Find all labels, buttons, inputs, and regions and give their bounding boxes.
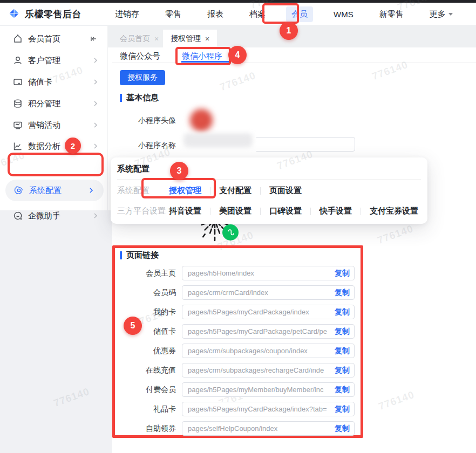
link-field-online-recharge[interactable]: pages/crm/subpackages/rechargeCard/inde … [182, 363, 355, 378]
miniprogram-avatar-image [190, 109, 213, 132]
sidebar-item-customer[interactable]: 客户管理 [0, 50, 108, 71]
sidebar-item-member-home[interactable]: 会员首页 [0, 28, 108, 50]
link-field-member-home[interactable]: pages/h5Home/index 复制 [182, 266, 355, 280]
copy-button[interactable]: 复制 [332, 404, 354, 414]
copy-button[interactable]: 复制 [332, 327, 354, 337]
sidebar-item-label: 客户管理 [28, 56, 60, 66]
sidebar-item-stored-card[interactable]: 储值卡 [0, 71, 108, 93]
nav-item-more[interactable]: 更多 [424, 6, 458, 22]
link-path: pages/selfHelpCoupon/index [182, 424, 332, 433]
popup-group-system-config: 系统配置 授权管理 支付配置 页面设置 [117, 186, 302, 196]
chevron-down-icon [448, 13, 453, 16]
sidebar-item-marketing[interactable]: 营销活动 [0, 114, 108, 136]
subtab-wechat-miniprogram[interactable]: 微信小程序 [182, 51, 222, 61]
link-label-member-code: 会员码 [113, 285, 176, 300]
copy-button[interactable]: 复制 [332, 307, 354, 317]
home-icon [13, 34, 23, 44]
collapse-sidebar-icon[interactable] [90, 35, 97, 43]
copy-button[interactable]: 复制 [332, 288, 354, 298]
section-accent-bar [120, 251, 122, 259]
link-label-member-home: 会员主页 [113, 266, 176, 280]
tab-member-home[interactable]: 会员首页 × [112, 30, 166, 47]
nav-item-reports[interactable]: 报表 [202, 6, 229, 22]
nav-item-member[interactable]: 会员 [286, 6, 313, 22]
popup-item-page-settings[interactable]: 页面设置 [269, 186, 302, 196]
popup-item-douyin[interactable]: 抖音设置 [169, 206, 201, 216]
separator [260, 187, 261, 195]
watermark: 776140 [376, 223, 415, 246]
popup-group-label: 系统配置 [117, 186, 169, 196]
sidebar-item-label: 会员首页 [28, 34, 60, 44]
copy-button[interactable]: 复制 [332, 424, 354, 434]
copy-button[interactable]: 复制 [332, 346, 354, 356]
line-chart-icon [13, 141, 23, 151]
miniprogram-avatar-label: 小程序头像 [108, 116, 176, 126]
popup-item-koubei[interactable]: 口碑设置 [269, 206, 302, 216]
sidebar-item-system-config[interactable]: 系统配置 [5, 180, 104, 201]
chevron-right-icon [93, 58, 98, 63]
app-title: 乐檬零售后台 [25, 8, 81, 20]
nav-item-purchase[interactable]: 进销存 [110, 6, 145, 22]
tab-authorization[interactable]: 授权管理 × [163, 30, 217, 47]
separator [210, 208, 210, 215]
link-path: pages/crm/subpackages/coupon/index [182, 347, 332, 355]
annotation-badge-4: 4 [228, 46, 247, 64]
link-label-gift-card: 礼品卡 [113, 402, 176, 416]
copy-button[interactable]: 复制 [332, 366, 354, 375]
popup-title: 系统配置 [117, 164, 149, 174]
annotation-badge-2: 2 [65, 138, 81, 154]
authorize-service-button[interactable]: 授权服务 [120, 70, 165, 85]
copy-button[interactable]: 复制 [332, 385, 354, 395]
watermark: 776140 [218, 70, 257, 93]
subtab-divider [112, 63, 476, 63]
browser-top-strip [0, 0, 476, 3]
sidebar-item-points[interactable]: 积分管理 [0, 93, 108, 114]
link-path: pages/h5Pages/myCardPackage/petCard/pe [182, 327, 332, 335]
chat-bubble-icon [13, 211, 23, 221]
nav-item-archives[interactable]: 档案 [244, 6, 271, 22]
link-field-gift-card[interactable]: pages/h5Pages/myCardPackage/index?tab= 复… [182, 402, 355, 416]
nav-item-new-retail[interactable]: 新零售 [374, 6, 409, 22]
app-logo: 乐檬零售后台 [8, 8, 81, 20]
section-title: 页面链接 [126, 250, 159, 260]
popup-item-authorization[interactable]: 授权管理 [169, 186, 201, 196]
popup-item-payment-config[interactable]: 支付配置 [219, 186, 251, 196]
popup-item-kuaishou[interactable]: 快手设置 [319, 206, 352, 216]
sidebar: 会员首页 客户管理 储值卡 积分管理 [0, 26, 108, 210]
close-icon[interactable]: × [154, 35, 159, 43]
top-navbar: 乐檬零售后台 进销存 零售 报表 档案 会员 WMS 新零售 更多 [0, 3, 476, 26]
chevron-right-icon [93, 213, 98, 218]
popup-item-meituan[interactable]: 美团设置 [219, 206, 251, 216]
chevron-right-icon [93, 122, 98, 128]
link-path: pages/h5Home/index [182, 269, 332, 277]
annotation-badge-1: 1 [280, 22, 298, 40]
nav-item-wms[interactable]: WMS [328, 7, 359, 22]
link-field-paid-member[interactable]: pages/h5Pages/myMember/buyMember/inc 复制 [182, 382, 355, 397]
link-field-member-code[interactable]: pages/crm/crmCard/index 复制 [182, 285, 355, 300]
link-field-my-cards[interactable]: pages/h5Pages/myCardPackage/index 复制 [182, 305, 355, 319]
sidebar-item-analytics[interactable]: 数据分析 [0, 135, 108, 157]
sidebar-item-label: 数据分析 [28, 141, 60, 152]
annotation-badge-3: 3 [170, 162, 188, 180]
link-field-stored-card[interactable]: pages/h5Pages/myCardPackage/petCard/pe 复… [182, 324, 355, 339]
link-field-self-coupon[interactable]: pages/selfHelpCoupon/index 复制 [182, 421, 355, 436]
link-field-coupon[interactable]: pages/crm/subpackages/coupon/index 复制 [182, 344, 355, 358]
card-icon [13, 77, 23, 87]
link-label-online-recharge: 在线充值 [113, 363, 176, 378]
link-path: pages/crm/subpackages/rechargeCard/inde [182, 366, 332, 374]
sidebar-item-label: 积分管理 [28, 99, 60, 109]
copy-button[interactable]: 复制 [332, 269, 354, 278]
link-label-coupon: 优惠券 [113, 344, 176, 358]
tab-label: 授权管理 [171, 34, 201, 44]
chevron-right-icon [93, 79, 98, 85]
close-icon[interactable]: × [205, 35, 209, 43]
sidebar-item-label: 企微助手 [28, 211, 60, 221]
popup-item-alipay-coupon[interactable]: 支付宝券设置 [370, 206, 418, 216]
logo-gem-icon [8, 8, 21, 20]
wechat-miniprogram-badge-icon [222, 224, 239, 241]
subtab-wechat-official[interactable]: 微信公众号 [120, 51, 160, 61]
top-nav-menu: 进销存 零售 报表 档案 会员 WMS 新零售 更多 [110, 6, 473, 22]
link-label-my-cards: 我的卡 [113, 305, 176, 319]
sidebar-item-wecom-assistant[interactable]: 企微助手 [0, 205, 108, 226]
nav-item-retail[interactable]: 零售 [160, 6, 187, 22]
